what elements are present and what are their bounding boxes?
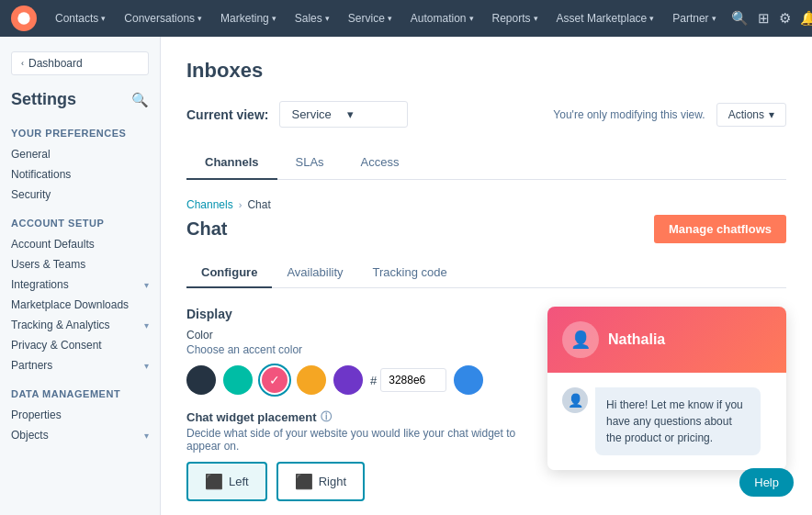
inner-tab-configure[interactable]: Configure [186, 258, 272, 288]
nav-conversations[interactable]: Conversations ▾ [117, 8, 209, 28]
help-button[interactable]: Help [739, 468, 794, 497]
nav-contacts[interactable]: Contacts ▾ [48, 8, 113, 28]
chevron-down-icon: ▾ [769, 108, 774, 121]
sidebar-item-general[interactable]: General [0, 144, 160, 164]
chat-title: Chat [186, 218, 227, 240]
actions-button[interactable]: Actions ▾ [716, 103, 786, 127]
placement-title: Chat widget placement ⓘ [186, 409, 525, 425]
preview-name: Nathalia [608, 331, 665, 348]
sidebar-item-notifications[interactable]: Notifications [0, 164, 160, 185]
preview-agent-avatar: 👤 [562, 387, 588, 413]
current-view-left: Current view: Service ▾ [186, 101, 408, 128]
modifying-text: You're only modifying this view. [553, 108, 705, 121]
sidebar-header: Settings 🔍 [0, 90, 160, 115]
breadcrumb-current: Chat [247, 198, 270, 211]
tab-channels[interactable]: Channels [186, 146, 277, 180]
color-desc: Choose an accent color [186, 343, 525, 356]
color-swatch-row: ✓ # [186, 365, 525, 395]
hash-input-group: # [370, 368, 446, 392]
tab-access[interactable]: Access [343, 146, 418, 180]
inner-tab-tracking-code[interactable]: Tracking code [358, 258, 462, 288]
check-icon: ✓ [269, 373, 280, 387]
sidebar-item-account-defaults[interactable]: Account Defaults [0, 234, 160, 254]
swatch-custom[interactable] [454, 365, 483, 395]
preview-body: 👤 Hi there! Let me know if you have any … [547, 373, 786, 470]
breadcrumb-separator: › [239, 199, 242, 210]
nav-service[interactable]: Service ▾ [341, 8, 400, 28]
placement-desc: Decide what side of your website you wou… [186, 427, 525, 453]
chat-preview: 👤 Nathalia 👤 Hi there! Let me know if yo… [547, 307, 786, 470]
swatch-teal[interactable] [223, 365, 253, 395]
chevron-down-icon: ▾ [469, 14, 474, 23]
hash-symbol: # [370, 374, 377, 387]
sidebar-item-partners[interactable]: Partners ▾ [0, 355, 160, 375]
sidebar-item-users-teams[interactable]: Users & Teams [0, 254, 160, 274]
nav-reports[interactable]: Reports ▾ [485, 8, 546, 28]
display-section-title: Display [186, 307, 525, 321]
nav-automation[interactable]: Automation ▾ [403, 8, 481, 28]
grid-icon[interactable]: ⊞ [758, 10, 770, 27]
settings-title: Settings [11, 90, 76, 109]
breadcrumb-channels[interactable]: Channels [186, 198, 233, 211]
chat-header: Chat Manage chatflows [186, 215, 786, 243]
chevron-down-icon: ▾ [144, 431, 149, 441]
section-title-preferences: Your Preferences [0, 115, 160, 144]
sidebar-item-integrations[interactable]: Integrations ▾ [0, 274, 160, 295]
hubspot-logo[interactable] [11, 6, 37, 31]
preview-agent-row: 👤 Hi there! Let me know if you have any … [562, 387, 772, 455]
color-hex-input[interactable] [380, 368, 446, 392]
preview-message-bubble: Hi there! Let me know if you have any qu… [595, 387, 761, 455]
sidebar-item-security[interactable]: Security [0, 185, 160, 205]
swatch-pink[interactable]: ✓ [260, 365, 289, 395]
sidebar-search-icon[interactable]: 🔍 [131, 92, 149, 108]
swatch-orange[interactable] [297, 365, 326, 395]
nav-marketing[interactable]: Marketing ▾ [213, 8, 284, 28]
sidebar-item-tracking-analytics[interactable]: Tracking & Analytics ▾ [0, 315, 160, 335]
preview-header: 👤 Nathalia [547, 307, 786, 373]
chevron-down-icon: ▾ [144, 320, 149, 330]
tab-slas[interactable]: SLAs [277, 146, 343, 180]
chevron-down-icon: ▾ [325, 14, 330, 23]
color-label: Color [186, 329, 525, 341]
nav-partner[interactable]: Partner ▾ [665, 8, 723, 28]
settings-icon[interactable]: ⚙ [779, 10, 791, 27]
info-icon: ⓘ [321, 409, 332, 425]
chevron-down-icon: ▾ [144, 280, 149, 290]
placement-right-button[interactable]: ⬛ Right [276, 462, 365, 501]
body-layout: ‹ Dashboard Settings 🔍 Your Preferences … [0, 37, 812, 515]
chevron-down-icon: ▾ [534, 14, 538, 23]
chevron-left-icon: ‹ [21, 59, 24, 68]
content-split: Display Color Choose an accent color ✓ # [186, 307, 786, 515]
bell-icon[interactable]: 🔔 [800, 10, 812, 27]
current-view-row: Current view: Service ▾ You're only modi… [186, 101, 786, 128]
breadcrumb: Channels › Chat [186, 198, 786, 211]
nav-marketplace[interactable]: Asset Marketplace ▾ [549, 8, 662, 28]
sidebar-item-properties[interactable]: Properties [0, 405, 160, 425]
page-title: Inboxes [186, 59, 786, 83]
chevron-down-icon: ▾ [388, 14, 392, 23]
nav-icon-group: 🔍 ⊞ ⚙ 🔔 A [731, 6, 812, 31]
current-view-right: You're only modifying this view. Actions… [553, 103, 786, 127]
top-navigation: Contacts ▾ Conversations ▾ Marketing ▾ S… [0, 0, 812, 37]
placement-left-button[interactable]: ⬛ Left [186, 462, 267, 501]
inner-tab-availability[interactable]: Availability [272, 258, 357, 288]
nav-sales[interactable]: Sales ▾ [288, 8, 337, 28]
dashboard-button[interactable]: ‹ Dashboard [11, 51, 149, 75]
sidebar: ‹ Dashboard Settings 🔍 Your Preferences … [0, 37, 161, 515]
preview-avatar: 👤 [562, 321, 599, 358]
current-view-dropdown[interactable]: Service ▾ [279, 101, 408, 128]
sidebar-item-objects[interactable]: Objects ▾ [0, 425, 160, 445]
section-title-data-management: Data Management [0, 375, 160, 405]
content-left: Display Color Choose an accent color ✓ # [186, 307, 525, 515]
main-content: Inboxes Current view: Service ▾ You're o… [161, 37, 812, 515]
manage-chatflows-button[interactable]: Manage chatflows [654, 215, 786, 243]
swatch-dark-blue[interactable] [186, 365, 216, 395]
main-tabs: Channels SLAs Access [186, 146, 786, 180]
sidebar-item-privacy-consent[interactable]: Privacy & Consent [0, 335, 160, 355]
chevron-down-icon: ▾ [197, 14, 202, 23]
section-title-account-setup: Account Setup [0, 205, 160, 234]
swatch-purple[interactable] [333, 365, 363, 395]
sidebar-item-marketplace-downloads[interactable]: Marketplace Downloads [0, 295, 160, 315]
search-icon[interactable]: 🔍 [731, 10, 749, 27]
current-view-label: Current view: [186, 107, 268, 122]
